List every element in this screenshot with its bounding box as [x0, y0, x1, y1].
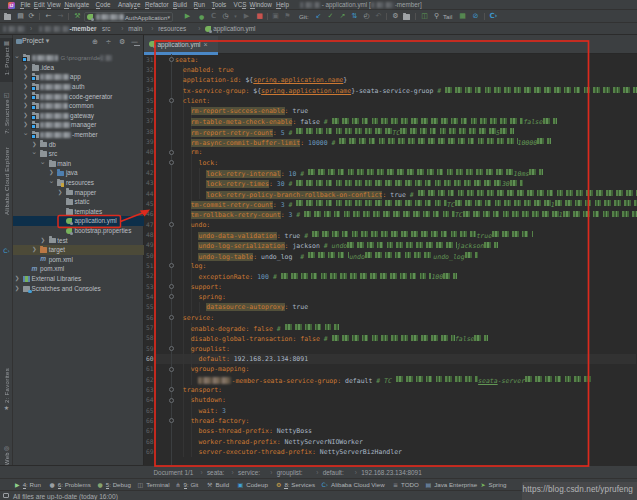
menu-edit[interactable]: Edit [34, 0, 45, 10]
tab-close-icon[interactable]: × [204, 36, 208, 53]
chevron-collapsed-icon[interactable]: ❯ [23, 82, 29, 92]
settings-gear-icon[interactable]: ⚙ [119, 38, 125, 47]
fold-marker-line-40[interactable] [169, 150, 174, 155]
fold-marker-line-54[interactable] [169, 294, 174, 299]
menu-file[interactable]: File [20, 0, 30, 10]
run-configuration-select[interactable]: AuthApplication▾ [84, 12, 173, 22]
tree-item-target[interactable]: ❯target [13, 245, 144, 255]
tree-item-gateway[interactable]: ❯gateway [13, 111, 144, 121]
fold-marker-line-51[interactable] [169, 263, 174, 268]
search-everywhere-icon[interactable]: ⚲ [432, 12, 441, 21]
breadcrumb-module[interactable]: -member [70, 23, 97, 35]
build-hammer-icon[interactable]: ⚒ [73, 12, 82, 21]
breadcrumb-src[interactable]: src [102, 23, 111, 35]
tree-item--idea[interactable]: ❯.idea [13, 63, 144, 73]
fold-marker-line-61[interactable] [169, 367, 174, 372]
run-dim-icon[interactable]: ▶ [242, 12, 251, 21]
chevron-collapsed-icon[interactable]: ❯ [40, 236, 46, 246]
breadcrumb-separator[interactable]: › [198, 23, 200, 35]
tree-item-resources[interactable]: ⌄resources [13, 178, 144, 188]
tree-item-code-generator[interactable]: ❯code-generator [13, 92, 144, 102]
fold-marker-line-41[interactable] [169, 160, 174, 165]
menu-code[interactable]: Code [96, 0, 111, 10]
git-update-icon[interactable]: ↙ [314, 12, 323, 21]
event-log-icon[interactable] [3, 493, 9, 498]
tail-label[interactable]: Tail [443, 13, 452, 21]
git-push-icon[interactable]: ↗ [338, 12, 347, 21]
menu-view[interactable]: View [47, 0, 61, 10]
sync-refresh-icon[interactable]: ⟳ [27, 12, 36, 21]
tree-item-main[interactable]: ⌄main [13, 159, 144, 169]
tree-item-external-libraries[interactable]: ❯External Libraries [13, 274, 144, 284]
fold-marker-line-35[interactable] [169, 98, 174, 103]
fold-marker-line-66[interactable] [169, 418, 174, 423]
tree-item-pom-xml[interactable]: mpom.xml [13, 255, 144, 265]
run-anything-folder-icon[interactable] [403, 14, 410, 20]
breadcrumb-resources[interactable]: resources [158, 23, 186, 35]
menu-vcs[interactable]: VCS [234, 0, 247, 10]
menu-help[interactable]: Help [276, 0, 289, 10]
chevron-expanded-icon[interactable]: ⌄ [48, 177, 54, 187]
tree-item-app[interactable]: ❯app [13, 72, 144, 82]
project-panel-title[interactable]: Project ▾ [22, 37, 49, 45]
breadcrumb-separator[interactable]: › [151, 23, 153, 35]
stripe-alibaba-cloud-explorer[interactable]: Alibaba Cloud Explorer [0, 147, 13, 240]
code-editor[interactable]: 3132333435363738394041424344454647484950… [144, 54, 637, 466]
chevron-collapsed-icon[interactable]: ❯ [57, 188, 63, 198]
image-tool-icon[interactable]: ▦ [458, 12, 467, 21]
tree-item-mapper[interactable]: ❯mapper [13, 188, 144, 198]
no-entry-icon[interactable]: ⊘ [471, 12, 480, 21]
tree-item-project-root[interactable]: ⌄G:\program\dev\ [13, 53, 144, 63]
chevron-collapsed-icon[interactable]: ❯ [23, 111, 29, 121]
save-all-icon[interactable]: ▤ [16, 12, 25, 21]
chevron-collapsed-icon[interactable]: ❯ [14, 284, 20, 294]
chevron-collapsed-icon[interactable]: ❯ [14, 274, 20, 284]
tree-item--member[interactable]: ⌄-member [13, 130, 144, 140]
run-icon[interactable]: ▶ [183, 12, 192, 21]
git-commit-icon[interactable]: ✓ [326, 12, 335, 21]
git-compare-icon[interactable]: ⇅ [350, 12, 359, 21]
menu-build[interactable]: Build [173, 0, 187, 10]
locate-file-icon[interactable]: ⊕ [92, 38, 98, 47]
tab-application-yml[interactable]: application.yml × [144, 36, 218, 54]
breadcrumb-separator[interactable]: › [121, 23, 123, 35]
stripe-2-favorites[interactable]: 2: Favorites★ [0, 368, 13, 426]
tree-item-pom-xml[interactable]: mpom.xml [13, 264, 144, 274]
tree-item-scratches-and-consoles[interactable]: ❯Scratches and Consoles [13, 284, 144, 294]
tree-item-src[interactable]: ⌄src [13, 149, 144, 159]
terminal-window-icon[interactable]: ◫ [420, 12, 429, 21]
undo-icon[interactable]: ↶ [374, 12, 383, 21]
chevron-expanded-icon[interactable]: ⌄ [40, 158, 46, 168]
menu-refactor[interactable]: Refactor [145, 0, 169, 10]
tree-item-java[interactable]: ❯java [13, 168, 144, 178]
fold-marker-line-53[interactable] [169, 284, 174, 289]
forward-icon[interactable]: → [56, 12, 65, 21]
chevron-expanded-icon[interactable]: ⌄ [23, 129, 29, 139]
collapse-all-icon[interactable]: ÷ [106, 38, 112, 47]
stripe-7-structure[interactable]: ◱7: Structure [0, 90, 13, 138]
back-icon[interactable]: ← [44, 12, 53, 21]
breadcrumb-separator[interactable]: › [95, 23, 97, 35]
breadcrumb-main[interactable]: main [128, 23, 142, 35]
tree-item-auth[interactable]: ❯auth [13, 82, 144, 92]
breadcrumb-separator[interactable]: › [30, 23, 32, 35]
tree-item-common[interactable]: ❯common [13, 101, 144, 111]
chevron-collapsed-icon[interactable]: ❯ [23, 72, 29, 82]
fold-marker-line-47[interactable] [169, 222, 174, 227]
menu-analyze[interactable]: Analyze [118, 0, 140, 10]
tree-item-manager[interactable]: ❯manager [13, 120, 144, 130]
fold-marker-line-59[interactable] [169, 346, 174, 351]
stamp-icon[interactable]: ⚑ [283, 12, 292, 21]
fold-marker-line-63[interactable] [169, 387, 174, 392]
chevron-expanded-icon[interactable]: ⌄ [31, 148, 37, 158]
history-clock-icon[interactable]: ◴ [362, 12, 371, 21]
profiler-dropdown-icon[interactable]: ▾ [231, 12, 240, 21]
chevron-expanded-icon[interactable]: ⌄ [14, 52, 20, 62]
tree-item-templates[interactable]: templates [13, 207, 144, 217]
wrench-settings-icon[interactable]: ⚙ [391, 12, 400, 21]
chevron-collapsed-icon[interactable]: ❯ [31, 245, 37, 255]
menu-window[interactable]: Window [250, 0, 272, 10]
tree-item-static[interactable]: static [13, 197, 144, 207]
tree-item-bootstrap-properties[interactable]: bootstrap.properties [13, 226, 144, 236]
profiler-icon[interactable]: ◷ [221, 12, 230, 21]
